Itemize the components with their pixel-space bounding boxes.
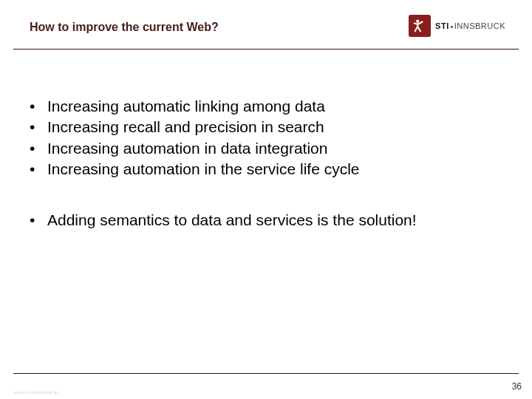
slide-body: • Increasing automatic linking among dat… — [30, 96, 502, 261]
list-item: • Increasing automatic linking among dat… — [30, 96, 502, 116]
bullet-dot-icon: • — [30, 210, 47, 230]
svg-point-0 — [416, 19, 419, 22]
bullet-text: Adding semantics to data and services is… — [47, 210, 417, 230]
logo-text-bold: STI — [435, 21, 449, 30]
bullet-text: Increasing recall and precision in searc… — [47, 117, 324, 137]
bullet-group-1: • Increasing automatic linking among dat… — [30, 96, 502, 179]
footer-watermark: www.sti-innsbruck.at — [13, 390, 58, 395]
list-item: • Increasing recall and precision in sea… — [30, 117, 502, 137]
sti-logo: STIINNSBRUCK — [409, 15, 505, 37]
logo-dot-icon — [451, 26, 453, 28]
list-item: • Increasing automation in the service l… — [30, 159, 502, 179]
sti-logo-text: STIINNSBRUCK — [435, 21, 505, 30]
slide-title: How to improve the current Web? — [30, 21, 219, 34]
bullet-dot-icon: • — [30, 96, 47, 116]
bullet-dot-icon: • — [30, 159, 47, 179]
list-item: • Adding semantics to data and services … — [30, 210, 502, 230]
page-number: 36 — [512, 381, 522, 392]
bullet-text: Increasing automation in data integratio… — [47, 138, 327, 158]
bullet-dot-icon: • — [30, 117, 47, 137]
sti-logo-icon — [409, 15, 431, 37]
bullet-text: Increasing automatic linking among data — [47, 96, 325, 116]
logo-text-light: INNSBRUCK — [454, 21, 505, 30]
bullet-group-2: • Adding semantics to data and services … — [30, 210, 502, 230]
bullet-dot-icon: • — [30, 138, 47, 158]
bullet-text: Increasing automation in the service lif… — [47, 159, 360, 179]
list-item: • Increasing automation in data integrat… — [30, 138, 502, 158]
divider-bottom — [13, 373, 519, 374]
divider-top — [13, 49, 519, 50]
